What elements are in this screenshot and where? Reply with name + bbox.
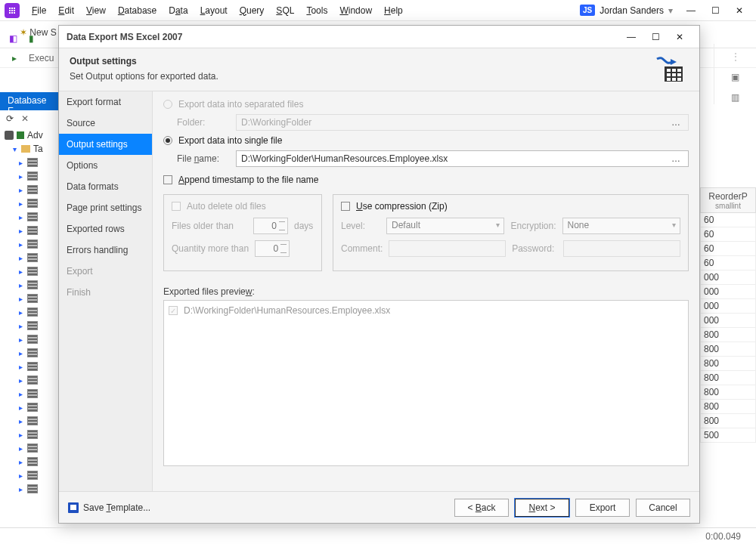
menu-layout[interactable]: Layout: [194, 2, 234, 19]
sidebar-step-export-format[interactable]: Export format: [59, 91, 152, 113]
grid-cell[interactable]: 800: [700, 328, 756, 342]
tree-expander-icon[interactable]: ▸: [17, 186, 24, 194]
tree-expander-icon[interactable]: ▸: [17, 349, 24, 357]
tree-table-item[interactable]: ▸: [5, 210, 59, 224]
tree-expander-icon[interactable]: ▸: [17, 458, 24, 466]
tree-table-item[interactable]: ▸: [5, 264, 59, 278]
tree-expander-icon[interactable]: ▸: [17, 376, 24, 385]
tree-expander-icon[interactable]: ▸: [17, 403, 24, 412]
sidebar-step-page-print-settings[interactable]: Page print settings: [59, 197, 152, 218]
tree-table-item[interactable]: ▸: [5, 332, 59, 346]
grid-cell[interactable]: 60: [700, 256, 756, 270]
tree-table-item[interactable]: ▸: [5, 305, 59, 319]
grid-cell[interactable]: 800: [700, 385, 756, 400]
grid-cell[interactable]: 60: [700, 242, 756, 256]
tree-table-item[interactable]: ▸: [5, 251, 59, 264]
rail-layout2-icon[interactable]: ▥: [729, 91, 742, 104]
window-minimize[interactable]: —: [679, 2, 703, 19]
tree-expander-icon[interactable]: ▸: [17, 213, 24, 221]
tree-table-item[interactable]: ▸: [5, 428, 59, 441]
tree-expander-icon[interactable]: ▸: [17, 444, 24, 453]
tree-table-item[interactable]: ▸: [5, 346, 59, 360]
tree-expander-icon[interactable]: ▸: [17, 240, 24, 249]
tree-expander-icon[interactable]: ▸: [17, 295, 24, 303]
tree-table-item[interactable]: ▸: [5, 414, 59, 428]
tree-expander-icon[interactable]: ▸: [17, 227, 24, 235]
tree-table-item[interactable]: ▸: [5, 169, 59, 183]
menu-window[interactable]: Window: [333, 2, 378, 19]
tree-expander-icon[interactable]: ▸: [17, 322, 24, 330]
tree-table-item[interactable]: ▸: [5, 468, 59, 482]
tree-expander-icon[interactable]: ▸: [17, 363, 24, 371]
tree-table-item[interactable]: ▸: [5, 373, 59, 387]
close-tree-icon[interactable]: ✕: [21, 113, 29, 124]
grid-cell[interactable]: 800: [700, 400, 756, 414]
window-maximize[interactable]: ☐: [703, 2, 727, 19]
sidebar-step-output-settings[interactable]: Output settings: [59, 134, 152, 155]
menu-view[interactable]: View: [80, 2, 112, 19]
tree-table-item[interactable]: ▸: [5, 319, 59, 332]
dialog-minimize[interactable]: —: [619, 29, 643, 45]
tree-table-item[interactable]: ▸: [5, 482, 59, 496]
tree-expander-icon[interactable]: ▸: [17, 417, 24, 425]
document-tab[interactable]: ✶ New S: [20, 27, 57, 38]
checkbox-use-compression[interactable]: [341, 202, 350, 211]
file-name-field[interactable]: D:\WorkingFolder\HumanResources.Employee…: [236, 150, 689, 167]
tree-table-item[interactable]: ▸: [5, 387, 59, 400]
sidebar-step-errors-handling[interactable]: Errors handling: [59, 240, 152, 261]
tree-expander-icon[interactable]: ▸: [17, 267, 24, 276]
grid-column-header[interactable]: ReorderPsmallint: [700, 187, 756, 213]
next-button[interactable]: Next >: [515, 499, 569, 517]
tree-table-item[interactable]: ▸: [5, 360, 59, 373]
toolbar-connect-icon[interactable]: ◧: [6, 32, 20, 45]
cancel-button[interactable]: Cancel: [636, 499, 690, 517]
menu-file[interactable]: File: [26, 2, 52, 19]
file-browse-icon[interactable]: …: [668, 153, 683, 164]
export-button[interactable]: Export: [575, 499, 630, 517]
tree-expander-icon[interactable]: ▸: [17, 431, 24, 439]
menu-tools[interactable]: Tools: [300, 2, 333, 19]
sidebar-step-data-formats[interactable]: Data formats: [59, 176, 152, 197]
grid-cell[interactable]: 000: [700, 270, 756, 285]
tree-table-item[interactable]: ▸: [5, 237, 59, 251]
tree-expander-icon[interactable]: ▸: [17, 254, 24, 262]
dialog-maximize[interactable]: ☐: [643, 29, 668, 45]
db-tree[interactable]: Adv ▾Ta ▸▸▸▸▸▸▸▸▸▸▸▸▸▸▸▸▸▸▸▸▸▸▸▸▸: [5, 128, 59, 536]
window-close[interactable]: ✕: [727, 2, 751, 19]
grid-cell[interactable]: 60: [700, 213, 756, 227]
tree-expander-icon[interactable]: ▸: [17, 308, 24, 317]
back-button[interactable]: < Back: [454, 499, 509, 517]
tree-table-item[interactable]: ▸: [5, 292, 59, 305]
grid-cell[interactable]: 000: [700, 285, 756, 299]
grid-cell[interactable]: 800: [700, 414, 756, 428]
tree-expander-icon[interactable]: ▸: [17, 335, 24, 344]
checkbox-append-timestamp[interactable]: [163, 175, 172, 184]
tree-expander-icon[interactable]: ▸: [17, 281, 24, 289]
grid-cell[interactable]: 000: [700, 299, 756, 314]
tree-table-item[interactable]: ▸: [5, 224, 59, 237]
tree-expander-icon[interactable]: ▸: [17, 485, 24, 493]
menu-edit[interactable]: Edit: [52, 2, 80, 19]
tree-expander-icon[interactable]: ▸: [17, 172, 24, 181]
menu-database[interactable]: Database: [112, 2, 163, 19]
grid-cell[interactable]: 60: [700, 227, 756, 242]
tree-table-item[interactable]: ▸: [5, 441, 59, 455]
tree-expander-icon[interactable]: ▸: [17, 159, 24, 167]
rail-layout1-icon[interactable]: ▣: [729, 70, 742, 83]
sidebar-step-exported-rows[interactable]: Exported rows: [59, 218, 152, 240]
grid-cell[interactable]: 800: [700, 371, 756, 385]
tree-expander-icon[interactable]: ▾: [11, 145, 18, 153]
menu-data[interactable]: Data: [163, 2, 194, 19]
menu-sql[interactable]: SQL: [270, 2, 300, 19]
grid-cell[interactable]: 000: [700, 314, 756, 328]
sidebar-step-source[interactable]: Source: [59, 113, 152, 134]
tree-table-item[interactable]: ▸: [5, 400, 59, 414]
user-badge[interactable]: JS Jordan Sanders ▾: [580, 5, 673, 16]
grid-cell[interactable]: 500: [700, 428, 756, 443]
refresh-icon[interactable]: ⟳: [6, 113, 14, 124]
preview-list[interactable]: ✓ D:\WorkingFolder\HumanResources.Employ…: [163, 300, 689, 466]
sidebar-step-options[interactable]: Options: [59, 155, 152, 176]
dialog-close[interactable]: ✕: [668, 29, 692, 45]
tree-table-item[interactable]: ▸: [5, 278, 59, 292]
tree-expander-icon[interactable]: ▸: [17, 390, 24, 398]
